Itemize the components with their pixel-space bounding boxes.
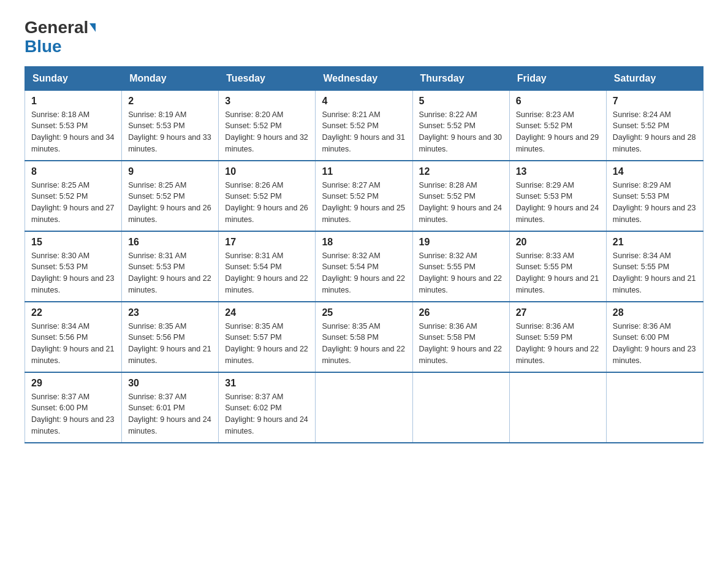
calendar-cell: 19Sunrise: 8:32 AMSunset: 5:55 PMDayligh… <box>412 231 509 302</box>
calendar-cell: 2Sunrise: 8:19 AMSunset: 5:53 PMDaylight… <box>122 90 219 161</box>
day-number: 18 <box>322 237 406 248</box>
calendar-cell: 24Sunrise: 8:35 AMSunset: 5:57 PMDayligh… <box>219 302 316 372</box>
calendar-cell: 28Sunrise: 8:36 AMSunset: 6:00 PMDayligh… <box>606 302 703 372</box>
calendar-cell: 11Sunrise: 8:27 AMSunset: 5:52 PMDayligh… <box>316 161 412 231</box>
day-number: 16 <box>128 237 212 248</box>
day-number: 15 <box>31 237 115 248</box>
calendar-cell: 17Sunrise: 8:31 AMSunset: 5:54 PMDayligh… <box>219 231 316 302</box>
day-info: Sunrise: 8:29 AMSunset: 5:53 PMDaylight:… <box>516 180 600 226</box>
day-info: Sunrise: 8:37 AMSunset: 6:00 PMDaylight:… <box>31 391 115 437</box>
day-info: Sunrise: 8:32 AMSunset: 5:54 PMDaylight:… <box>322 250 406 296</box>
day-info: Sunrise: 8:35 AMSunset: 5:58 PMDaylight:… <box>322 321 406 367</box>
day-info: Sunrise: 8:24 AMSunset: 5:52 PMDaylight:… <box>613 109 697 155</box>
day-info: Sunrise: 8:27 AMSunset: 5:52 PMDaylight:… <box>322 180 406 226</box>
day-number: 21 <box>613 237 697 248</box>
day-number: 7 <box>613 96 697 107</box>
day-info: Sunrise: 8:34 AMSunset: 5:55 PMDaylight:… <box>613 250 697 296</box>
day-number: 8 <box>31 166 115 177</box>
calendar-cell <box>509 372 606 443</box>
day-number: 23 <box>128 307 212 318</box>
day-info: Sunrise: 8:31 AMSunset: 5:54 PMDaylight:… <box>225 250 309 296</box>
calendar-cell: 1Sunrise: 8:18 AMSunset: 5:53 PMDaylight… <box>25 90 122 161</box>
day-info: Sunrise: 8:21 AMSunset: 5:52 PMDaylight:… <box>322 109 406 155</box>
calendar-cell: 8Sunrise: 8:25 AMSunset: 5:52 PMDaylight… <box>25 161 122 231</box>
calendar-cell <box>412 372 509 443</box>
calendar-cell: 5Sunrise: 8:22 AMSunset: 5:52 PMDaylight… <box>412 90 509 161</box>
calendar-cell: 16Sunrise: 8:31 AMSunset: 5:53 PMDayligh… <box>122 231 219 302</box>
day-number: 11 <box>322 166 406 177</box>
calendar-week-row: 29Sunrise: 8:37 AMSunset: 6:00 PMDayligh… <box>25 372 703 443</box>
day-number: 12 <box>419 166 503 177</box>
day-number: 28 <box>613 307 697 318</box>
day-number: 13 <box>516 166 600 177</box>
day-number: 6 <box>516 96 600 107</box>
calendar-cell: 21Sunrise: 8:34 AMSunset: 5:55 PMDayligh… <box>606 231 703 302</box>
weekday-header-thursday: Thursday <box>412 66 509 90</box>
calendar-cell: 9Sunrise: 8:25 AMSunset: 5:52 PMDaylight… <box>122 161 219 231</box>
day-number: 26 <box>419 307 503 318</box>
calendar-cell: 27Sunrise: 8:36 AMSunset: 5:59 PMDayligh… <box>509 302 606 372</box>
day-info: Sunrise: 8:29 AMSunset: 5:53 PMDaylight:… <box>613 180 697 226</box>
day-info: Sunrise: 8:22 AMSunset: 5:52 PMDaylight:… <box>419 109 503 155</box>
day-info: Sunrise: 8:23 AMSunset: 5:52 PMDaylight:… <box>516 109 600 155</box>
calendar-cell: 10Sunrise: 8:26 AMSunset: 5:52 PMDayligh… <box>219 161 316 231</box>
day-number: 9 <box>128 166 212 177</box>
weekday-header-sunday: Sunday <box>25 66 122 90</box>
logo-general: General <box>25 18 88 37</box>
calendar-cell: 31Sunrise: 8:37 AMSunset: 6:02 PMDayligh… <box>219 372 316 443</box>
calendar-cell: 6Sunrise: 8:23 AMSunset: 5:52 PMDaylight… <box>509 90 606 161</box>
day-number: 30 <box>128 378 212 389</box>
day-info: Sunrise: 8:37 AMSunset: 6:01 PMDaylight:… <box>128 391 212 437</box>
day-info: Sunrise: 8:28 AMSunset: 5:52 PMDaylight:… <box>419 180 503 226</box>
day-number: 31 <box>225 378 309 389</box>
day-info: Sunrise: 8:36 AMSunset: 6:00 PMDaylight:… <box>613 321 697 367</box>
day-number: 29 <box>31 378 115 389</box>
calendar-cell: 15Sunrise: 8:30 AMSunset: 5:53 PMDayligh… <box>25 231 122 302</box>
calendar-table: SundayMondayTuesdayWednesdayThursdayFrid… <box>25 66 703 443</box>
calendar-cell: 29Sunrise: 8:37 AMSunset: 6:00 PMDayligh… <box>25 372 122 443</box>
calendar-cell: 20Sunrise: 8:33 AMSunset: 5:55 PMDayligh… <box>509 231 606 302</box>
day-number: 5 <box>419 96 503 107</box>
calendar-cell: 23Sunrise: 8:35 AMSunset: 5:56 PMDayligh… <box>122 302 219 372</box>
weekday-header-monday: Monday <box>122 66 219 90</box>
day-info: Sunrise: 8:36 AMSunset: 5:59 PMDaylight:… <box>516 321 600 367</box>
calendar-cell: 14Sunrise: 8:29 AMSunset: 5:53 PMDayligh… <box>606 161 703 231</box>
day-number: 24 <box>225 307 309 318</box>
calendar-cell: 13Sunrise: 8:29 AMSunset: 5:53 PMDayligh… <box>509 161 606 231</box>
weekday-header-saturday: Saturday <box>606 66 703 90</box>
day-info: Sunrise: 8:35 AMSunset: 5:56 PMDaylight:… <box>128 321 212 367</box>
calendar-cell: 22Sunrise: 8:34 AMSunset: 5:56 PMDayligh… <box>25 302 122 372</box>
calendar-cell: 3Sunrise: 8:20 AMSunset: 5:52 PMDaylight… <box>219 90 316 161</box>
day-number: 17 <box>225 237 309 248</box>
day-number: 22 <box>31 307 115 318</box>
calendar-cell: 7Sunrise: 8:24 AMSunset: 5:52 PMDaylight… <box>606 90 703 161</box>
day-info: Sunrise: 8:33 AMSunset: 5:55 PMDaylight:… <box>516 250 600 296</box>
calendar-cell: 25Sunrise: 8:35 AMSunset: 5:58 PMDayligh… <box>316 302 412 372</box>
calendar-cell <box>316 372 412 443</box>
day-info: Sunrise: 8:18 AMSunset: 5:53 PMDaylight:… <box>31 109 115 155</box>
day-info: Sunrise: 8:36 AMSunset: 5:58 PMDaylight:… <box>419 321 503 367</box>
calendar-week-row: 22Sunrise: 8:34 AMSunset: 5:56 PMDayligh… <box>25 302 703 372</box>
day-info: Sunrise: 8:32 AMSunset: 5:55 PMDaylight:… <box>419 250 503 296</box>
day-info: Sunrise: 8:19 AMSunset: 5:53 PMDaylight:… <box>128 109 212 155</box>
calendar-week-row: 15Sunrise: 8:30 AMSunset: 5:53 PMDayligh… <box>25 231 703 302</box>
calendar-cell: 4Sunrise: 8:21 AMSunset: 5:52 PMDaylight… <box>316 90 412 161</box>
day-info: Sunrise: 8:20 AMSunset: 5:52 PMDaylight:… <box>225 109 309 155</box>
page-header: General Blue <box>25 18 703 56</box>
day-number: 14 <box>613 166 697 177</box>
day-number: 10 <box>225 166 309 177</box>
calendar-cell: 18Sunrise: 8:32 AMSunset: 5:54 PMDayligh… <box>316 231 412 302</box>
day-number: 1 <box>31 96 115 107</box>
calendar-cell: 26Sunrise: 8:36 AMSunset: 5:58 PMDayligh… <box>412 302 509 372</box>
calendar-cell <box>606 372 703 443</box>
day-info: Sunrise: 8:37 AMSunset: 6:02 PMDaylight:… <box>225 391 309 437</box>
weekday-header-tuesday: Tuesday <box>219 66 316 90</box>
day-info: Sunrise: 8:35 AMSunset: 5:57 PMDaylight:… <box>225 321 309 367</box>
weekday-header-friday: Friday <box>509 66 606 90</box>
day-number: 20 <box>516 237 600 248</box>
weekday-header-row: SundayMondayTuesdayWednesdayThursdayFrid… <box>25 66 703 90</box>
logo-triangle-icon <box>89 23 96 32</box>
day-info: Sunrise: 8:26 AMSunset: 5:52 PMDaylight:… <box>225 180 309 226</box>
day-info: Sunrise: 8:34 AMSunset: 5:56 PMDaylight:… <box>31 321 115 367</box>
day-number: 3 <box>225 96 309 107</box>
